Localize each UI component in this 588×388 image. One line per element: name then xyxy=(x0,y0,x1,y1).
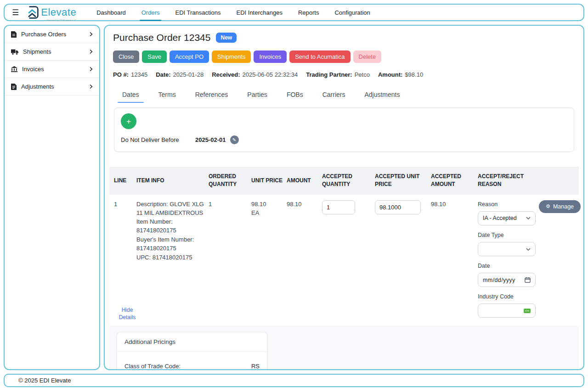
unit-of-measure: EA xyxy=(251,209,283,218)
tab-dates[interactable]: Dates xyxy=(122,91,139,103)
sidebar-item-invoices[interactable]: Invoices xyxy=(5,61,99,78)
col-line: LINE xyxy=(114,177,133,185)
col-accept-reject-reason: ACCEPT/REJECT REASON xyxy=(478,173,536,189)
tab-terms[interactable]: Terms xyxy=(158,91,176,103)
po-tabs: Dates Terms References Parties FOBs Carr… xyxy=(122,91,579,103)
po-received-value: 2025-06-05 22:32:34 xyxy=(243,71,298,78)
item-number: Item Number: 817418020175 xyxy=(136,218,205,235)
nav-item-configuration[interactable]: Configuration xyxy=(334,4,370,21)
logo-tagline: Powered by EDISupport LLC xyxy=(47,19,76,22)
accept-reject-fields: Reason IA - Accepted Date Type Date mm/d… xyxy=(478,200,536,318)
industry-code-input[interactable] xyxy=(478,304,536,318)
logo-wordmark: Elevate xyxy=(41,7,76,17)
unit-price-value: 98.10 xyxy=(251,200,283,209)
col-unit-price: UNIT PRICE xyxy=(251,177,283,185)
col-accepted-amount: ACCEPTED AMOUNT xyxy=(431,173,475,189)
dates-panel: + Do Not Deliver Before 2025-02-01 ✎ xyxy=(114,107,574,152)
send-to-acumatica-button[interactable]: Send to Acumatica xyxy=(289,51,350,63)
shipments-button[interactable]: Shipments xyxy=(212,51,251,63)
accept-po-button[interactable]: Accept PO xyxy=(170,51,209,63)
sidebar-item-label: Shipments xyxy=(23,48,51,55)
chevron-right-icon xyxy=(90,32,93,37)
industry-code-label: Industry Code xyxy=(478,292,536,301)
hamburger-menu-icon[interactable]: ☰ xyxy=(12,9,19,17)
po-number-label: PO #: xyxy=(113,71,129,78)
tab-parties[interactable]: Parties xyxy=(247,91,267,103)
manage-button[interactable]: ⚙ Manage xyxy=(539,200,581,213)
table-header: LINE ITEM INFO ORDERED QUANTITY UNIT PRI… xyxy=(109,167,579,195)
tab-fobs[interactable]: FOBs xyxy=(287,91,303,103)
item-upc: UPC: 817418020175 xyxy=(136,253,205,262)
chevron-right-icon xyxy=(90,84,93,89)
po-summary: PO #:12345 Date:2025-01-28 Received:2025… xyxy=(113,71,579,78)
date-type-select[interactable] xyxy=(478,242,536,256)
date-entry-label: Do Not Deliver Before xyxy=(121,136,190,143)
chevron-right-icon xyxy=(90,67,93,72)
table-row: 1 Description: GLOVE XLG 11 MIL AMBIDEXT… xyxy=(109,195,579,318)
tab-carriers[interactable]: Carriers xyxy=(322,91,345,103)
sidebar-item-label: Adjustments xyxy=(21,83,54,90)
main-nav: Dashboard Orders EDI Transactions EDI In… xyxy=(96,4,370,21)
invoices-button[interactable]: Invoices xyxy=(254,51,287,63)
main-content: Purchase Order 12345 New Close Save Acce… xyxy=(104,25,584,370)
pricing-row-class-of-trade: Class of Trade Code: RS xyxy=(124,358,260,370)
date-label: Date xyxy=(478,262,536,270)
unit-price-cell: 98.10 EA xyxy=(251,200,283,318)
po-date-label: Date: xyxy=(156,71,171,78)
chevron-down-icon xyxy=(526,248,531,251)
line-details-section: Additional Pricings Class of Trade Code:… xyxy=(109,326,579,370)
col-accepted-unit-price: ACCEPTED UNIT PRICE xyxy=(375,173,428,189)
pricing-label: Class of Trade Code: xyxy=(124,363,181,370)
page-title: Purchase Order 12345 xyxy=(113,32,210,43)
add-date-button[interactable]: + xyxy=(121,113,136,129)
reason-selected-value: IA - Accepted xyxy=(483,214,517,222)
sidebar-item-label: Invoices xyxy=(22,66,44,73)
col-accepted-quantity: ACCEPTED QUANTITY xyxy=(322,173,372,189)
purchase-orders-icon xyxy=(11,31,17,38)
truck-icon xyxy=(11,49,18,55)
chevron-down-icon xyxy=(526,217,531,219)
buyers-item-number: Buyer's Item Number: 817418020175 xyxy=(136,236,205,253)
elevate-logo-icon xyxy=(25,6,39,19)
nav-item-dashboard[interactable]: Dashboard xyxy=(96,4,126,21)
amount-label: Amount: xyxy=(378,71,402,78)
line-items-table: LINE ITEM INFO ORDERED QUANTITY UNIT PRI… xyxy=(109,167,579,318)
accepted-quantity-input[interactable] xyxy=(322,200,355,214)
sidebar-item-label: Purchase Orders xyxy=(21,31,66,38)
app-logo[interactable]: Elevate Powered by EDISupport LLC xyxy=(25,6,76,19)
tab-references[interactable]: References xyxy=(195,91,228,103)
close-button[interactable]: Close xyxy=(113,51,139,63)
col-ordered-quantity: ORDERED QUANTITY xyxy=(209,173,248,189)
adjustments-icon xyxy=(11,84,17,90)
nav-item-reports[interactable]: Reports xyxy=(298,4,319,21)
hide-details-link[interactable]: Hide Details xyxy=(117,307,138,321)
date-entry-value: 2025-02-01 xyxy=(195,136,226,143)
status-badge: New xyxy=(216,33,237,43)
reason-select[interactable]: IA - Accepted xyxy=(478,211,536,225)
nav-item-orders[interactable]: Orders xyxy=(141,4,160,21)
footer: © 2025 EDI Elevate xyxy=(4,374,584,387)
bank-icon xyxy=(11,66,17,72)
nav-item-edi-interchanges[interactable]: EDI Interchanges xyxy=(236,4,282,21)
sidebar-item-purchase-orders[interactable]: Purchase Orders xyxy=(5,26,99,43)
item-description: Description: GLOVE XLG 11 MIL AMBIDEXTRO… xyxy=(136,200,205,218)
save-button[interactable]: Save xyxy=(142,51,167,63)
po-number-value: 12345 xyxy=(131,71,147,78)
sidebar-item-adjustments[interactable]: Adjustments xyxy=(5,78,99,96)
top-navbar: ☰ Elevate Powered by EDISupport LLC Dash… xyxy=(4,4,584,21)
gear-icon: ⚙ xyxy=(546,203,550,209)
delete-button[interactable]: Delete xyxy=(353,51,382,63)
additional-pricings-title: Additional Pricings xyxy=(117,332,267,352)
item-info-cell: Description: GLOVE XLG 11 MIL AMBIDEXTRO… xyxy=(136,200,205,318)
sidebar-item-shipments[interactable]: Shipments xyxy=(5,43,99,61)
col-amount: AMOUNT xyxy=(287,177,319,185)
accepted-unit-price-input[interactable] xyxy=(375,200,421,214)
tab-adjustments[interactable]: Adjustments xyxy=(364,91,400,103)
date-type-label: Date Type xyxy=(478,231,536,239)
date-input[interactable]: mm/dd/yyyy xyxy=(478,273,536,287)
nav-item-edi-transactions[interactable]: EDI Transactions xyxy=(175,4,220,21)
reason-label: Reason xyxy=(478,200,536,208)
po-date-value: 2025-01-28 xyxy=(173,71,204,78)
edit-date-button[interactable]: ✎ xyxy=(230,135,239,144)
col-item-info: ITEM INFO xyxy=(136,177,205,185)
